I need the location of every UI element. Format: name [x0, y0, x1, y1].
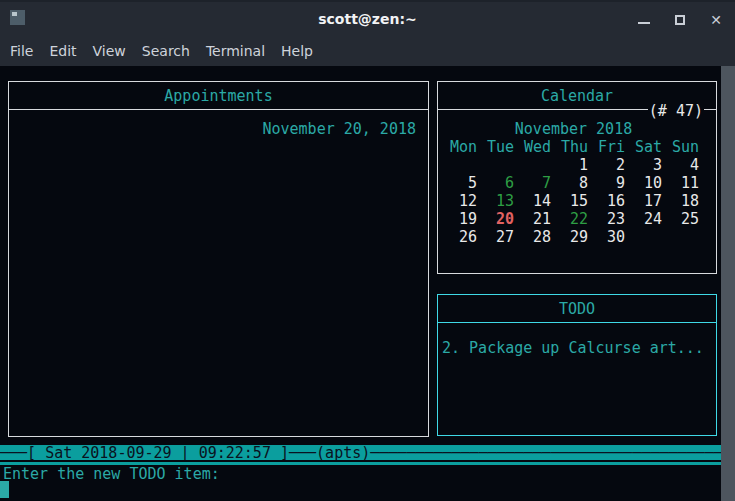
calendar-panel: Calendar (# 47) November 2018 Mon Tue We… — [437, 81, 717, 274]
day-name: Fri — [592, 138, 629, 156]
maximize-icon — [675, 15, 685, 25]
minimize-icon — [638, 22, 650, 24]
menubar: File Edit View Search Terminal Help — [0, 36, 735, 66]
statusbar: ───[ Sat 2018-09-29 | 09:22:57 ]───(apts… — [0, 445, 721, 460]
calendar-day: 28 — [518, 228, 555, 246]
todo-list-item: 2. Package up Calcurse art... — [438, 323, 716, 357]
calendar-day — [444, 156, 481, 174]
terminal-scrollbar[interactable] — [721, 66, 735, 501]
calendar-day-names: Mon Tue Wed Thu Fri Sat Sun — [444, 138, 703, 156]
calendar-day — [481, 156, 518, 174]
menu-item-help[interactable]: Help — [281, 43, 313, 59]
calendar-weeks: 1234567891011121314151617181920212223242… — [444, 156, 703, 246]
calendar-day: 22 — [555, 210, 592, 228]
calendar-day: 19 — [444, 210, 481, 228]
day-name: Sat — [629, 138, 666, 156]
window-controls: ✕ — [637, 2, 723, 38]
calendar-day: 15 — [555, 192, 592, 210]
calendar-day — [518, 156, 555, 174]
menu-item-terminal[interactable]: Terminal — [206, 43, 265, 59]
calendar-day: 24 — [629, 210, 666, 228]
calendar-day: 23 — [592, 210, 629, 228]
calendar-day: 7 — [518, 174, 555, 192]
terminal-screen: Appointments November 20, 2018 Calendar … — [0, 66, 735, 501]
calendar-day: 25 — [666, 210, 703, 228]
calendar-day: 2 — [592, 156, 629, 174]
calendar-day: 16 — [592, 192, 629, 210]
menu-item-search[interactable]: Search — [142, 43, 190, 59]
appointments-date-heading: November 20, 2018 — [9, 110, 428, 138]
close-button[interactable]: ✕ — [709, 13, 723, 27]
text-cursor — [0, 481, 9, 498]
calendar-day: 12 — [444, 192, 481, 210]
calendar-day: 26 — [444, 228, 481, 246]
calendar-day — [629, 228, 666, 246]
calendar-day: 3 — [629, 156, 666, 174]
todo-panel-title: TODO — [438, 295, 716, 323]
calendar-day: 30 — [592, 228, 629, 246]
menu-item-file[interactable]: File — [10, 43, 33, 59]
calendar-day: 14 — [518, 192, 555, 210]
day-name: Wed — [518, 138, 555, 156]
calendar-day: 1 — [555, 156, 592, 174]
titlebar: scott@zen:~ ✕ — [0, 0, 735, 36]
terminal-window: scott@zen:~ ✕ File Edit View Search Term… — [0, 0, 735, 501]
appointments-panel: Appointments November 20, 2018 — [8, 81, 429, 437]
calendar-day: 6 — [481, 174, 518, 192]
calendar-day: 4 — [666, 156, 703, 174]
calendar-day: 17 — [629, 192, 666, 210]
calendar-day: 13 — [481, 192, 518, 210]
week-number-badge: (# 47) — [648, 102, 704, 120]
calendar-day: 9 — [592, 174, 629, 192]
window-title: scott@zen:~ — [0, 11, 735, 27]
day-name: Tue — [481, 138, 518, 156]
calendar-month-heading: November 2018 — [444, 120, 703, 138]
minimize-button[interactable] — [637, 13, 651, 27]
appointments-panel-title: Appointments — [9, 82, 428, 110]
todo-panel: TODO 2. Package up Calcurse art... — [437, 294, 717, 436]
calendar-day: 18 — [666, 192, 703, 210]
calendar-day: 5 — [444, 174, 481, 192]
terminal-app-icon-glyph — [12, 12, 17, 16]
calendar-day: 11 — [666, 174, 703, 192]
calendar-body: November 2018 Mon Tue Wed Thu Fri Sat Su… — [438, 110, 716, 246]
todo-prompt-label[interactable]: Enter the new TODO item: — [3, 465, 220, 483]
day-name: Sun — [666, 138, 703, 156]
maximize-button[interactable] — [673, 13, 687, 27]
calendar-day: 10 — [629, 174, 666, 192]
terminal-app-icon[interactable] — [10, 10, 25, 25]
day-name: Mon — [444, 138, 481, 156]
day-name: Thu — [555, 138, 592, 156]
calendar-day: 27 — [481, 228, 518, 246]
menu-item-edit[interactable]: Edit — [49, 43, 76, 59]
calendar-day — [666, 228, 703, 246]
calendar-day: 21 — [518, 210, 555, 228]
calendar-day: 20 — [481, 210, 518, 228]
calendar-day: 29 — [555, 228, 592, 246]
calendar-day: 8 — [555, 174, 592, 192]
menu-item-view[interactable]: View — [93, 43, 126, 59]
